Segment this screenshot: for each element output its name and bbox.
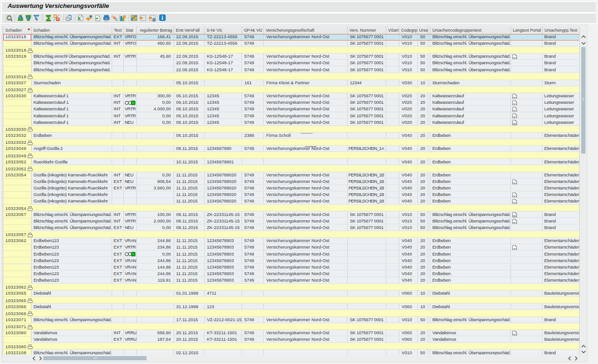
svg-text:C: C xyxy=(115,17,118,21)
svg-text:B: B xyxy=(54,15,56,18)
svg-text:B: B xyxy=(57,18,59,20)
